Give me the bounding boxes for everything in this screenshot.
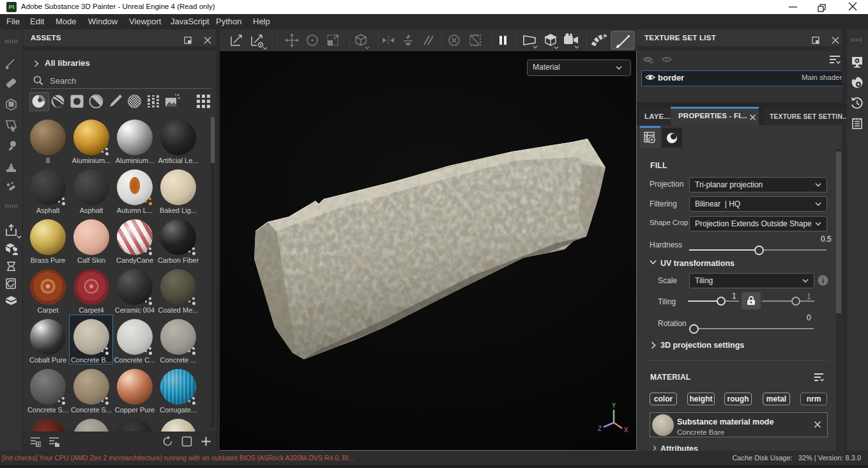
svg-text:X: X [624,426,628,433]
svg-text:Y: Y [612,402,616,409]
svg-text:1: 1 [666,57,669,63]
svg-text:Z: Z [598,425,602,432]
